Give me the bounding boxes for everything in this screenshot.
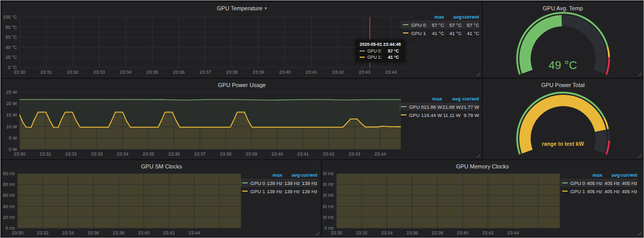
legend-header-row: maxavgcurrent <box>401 12 479 21</box>
legend-header-max[interactable]: max <box>423 96 442 101</box>
legend-value: 139 Hz <box>300 180 317 186</box>
y-tick-label: 100 Hz <box>323 171 334 176</box>
y-tick-label: 10 W <box>6 124 18 129</box>
legend-series-toggle[interactable]: GPU 0 <box>570 180 585 186</box>
y-tick-label: 80 Hz <box>3 182 15 187</box>
x-tick-label: 23:30 <box>331 230 343 235</box>
legend-header-avg[interactable]: avg <box>444 14 462 20</box>
legend-row: GPU 0139 Hz139 Hz139 Hz <box>240 179 317 187</box>
panel-resize-handle[interactable] <box>637 231 641 235</box>
legend-value: 405 Hz <box>602 180 620 186</box>
x-tick-label: 23:38 <box>432 230 444 235</box>
panel-title-gpu-sm-clocks[interactable]: GPU SM Clocks <box>141 163 182 169</box>
legend-value: 11.11 W <box>442 112 461 118</box>
panel-gpu-power-total: GPU Power Total range to text kW <box>483 79 642 159</box>
legend-value: 57 °C <box>462 22 479 28</box>
panel-title-gpu-power-usage[interactable]: GPU Power Usage <box>218 82 266 88</box>
x-tick-label: 23:43 <box>359 70 370 75</box>
panel-resize-handle[interactable] <box>476 72 480 76</box>
panel-resize-handle[interactable] <box>637 72 641 76</box>
gauge-value-text: 49 °C <box>484 59 642 72</box>
x-tick-label: 23:35 <box>143 151 155 157</box>
gpu-power-usage-chart[interactable]: 25 W20 W15 W10 W5 W0 W23:3023:3123:3223:… <box>3 80 481 158</box>
x-tick-label: 23:34 <box>120 70 132 75</box>
legend-value: 9.79 W <box>461 112 479 118</box>
legend-series-toggle[interactable]: GPU 0 <box>250 180 265 186</box>
panel-title-gpu-power-total[interactable]: GPU Power Total <box>541 82 584 88</box>
x-tick-label: 23:34 <box>117 151 129 157</box>
x-tick-label: 23:40 <box>457 230 469 235</box>
panel-gpu-memory-clocks: GPU Memory Clocks 100 Hz80 Hz60 Hz40 Hz2… <box>323 161 642 236</box>
legend-value: 139 Hz <box>265 189 282 194</box>
legend-value: 21.68 W <box>442 104 461 110</box>
series-color-dash <box>403 32 409 33</box>
x-tick-label: 23:41 <box>297 151 309 157</box>
series-color-dash <box>401 106 406 107</box>
gpu-power-usage-legend: maxavgcurrentGPU 021.86 W21.68 W21.77 WG… <box>399 94 479 119</box>
x-tick-label: 23:44 <box>375 151 386 157</box>
legend-series: GPU 0 <box>560 180 585 186</box>
legend-series-toggle[interactable]: GPU 1 <box>250 189 265 194</box>
panel-title: GPU Power Total <box>484 81 642 89</box>
legend-header-current[interactable]: current <box>300 172 317 178</box>
y-tick-label: 20 Hz <box>323 215 334 220</box>
legend-value: 41 °C <box>462 30 479 36</box>
y-tick-label: 20 Hz <box>3 215 15 220</box>
x-tick-label: 23:43 <box>349 151 361 157</box>
x-tick-label: 23:32 <box>67 70 79 75</box>
panel-gpu-power-usage: GPU Power Usage 25 W20 W15 W10 W5 W0 W23… <box>3 79 481 159</box>
series-color-dash <box>242 191 248 192</box>
series-color-dash <box>401 114 406 115</box>
tooltip-timestamp: 2020-05-01 23:44:48 <box>360 42 401 47</box>
legend-row: GPU 116.44 W11.11 W9.79 W <box>399 111 479 119</box>
x-tick-label: 23:32 <box>356 230 368 235</box>
legend-header-avg[interactable]: avg <box>282 172 300 178</box>
legend-value: 405 Hz <box>620 180 637 186</box>
x-tick-label: 23:40 <box>138 230 150 235</box>
legend-header-avg[interactable]: avg <box>442 96 461 101</box>
x-tick-label: 23:44 <box>507 230 519 235</box>
panel-title-gpu-temperature[interactable]: GPU Temperature <box>217 5 262 11</box>
y-tick-label: 15 W <box>6 112 18 117</box>
panel-title: GPU Temperature ▾ <box>3 4 481 12</box>
legend-series: GPU 0 <box>240 180 265 186</box>
y-tick-label: 40 Hz <box>3 204 15 209</box>
legend-row: GPU 141 °C41 °C41 °C <box>401 29 479 37</box>
panel-resize-handle[interactable] <box>637 154 641 158</box>
legend-series-toggle[interactable]: GPU 0 <box>409 104 424 110</box>
x-tick-label: 23:32 <box>37 230 49 235</box>
legend-series-toggle[interactable]: GPU 0 <box>411 22 426 28</box>
legend-row: GPU 057 °C57 °C57 °C <box>401 21 479 29</box>
legend-header-avg[interactable]: avg <box>602 172 620 178</box>
panel-resize-handle[interactable] <box>315 231 319 235</box>
y-tick-label: 60 °C <box>5 35 17 40</box>
legend-series: GPU 1 <box>240 189 265 194</box>
legend-header-max[interactable]: max <box>265 172 282 178</box>
y-tick-label: 100 °C <box>3 14 17 20</box>
x-tick-label: 23:39 <box>246 151 258 157</box>
gauge-value-text: range to text kW <box>484 141 642 147</box>
legend-header-current[interactable]: current <box>462 14 479 20</box>
panel-title-gpu-memory-clocks[interactable]: GPU Memory Clocks <box>456 163 509 169</box>
y-tick-label: 40 Hz <box>323 204 334 209</box>
x-tick-label: 23:36 <box>168 151 180 157</box>
legend-header-max[interactable]: max <box>585 172 602 178</box>
legend-series-toggle[interactable]: GPU 1 <box>570 189 585 194</box>
panel-gpu-temperature: GPU Temperature ▾ 100 °C80 °C60 °C40 °C2… <box>3 3 481 77</box>
x-tick-label: 23:36 <box>406 230 418 235</box>
legend-header-current[interactable]: current <box>620 172 637 178</box>
panel-resize-handle[interactable] <box>476 154 480 158</box>
legend-series-toggle[interactable]: GPU 1 <box>411 30 426 36</box>
x-tick-label: 23:37 <box>199 70 211 75</box>
legend-header-current[interactable]: current <box>461 96 479 101</box>
legend-series-toggle[interactable]: GPU 1 <box>409 112 424 118</box>
panel-title: GPU SM Clocks <box>3 162 320 171</box>
legend-value: 41 °C <box>427 30 444 36</box>
tooltip-row: GPU 0: 57 °C <box>360 48 401 54</box>
legend-header-max[interactable]: max <box>427 14 444 20</box>
panel-title-gpu-avg-temp[interactable]: GPU Avg. Temp <box>543 5 583 11</box>
series-area <box>18 174 241 228</box>
legend-series: GPU 1 <box>560 189 585 194</box>
panel-title: GPU Avg. Temp <box>484 4 642 12</box>
x-tick-label: 23:30 <box>14 70 26 75</box>
